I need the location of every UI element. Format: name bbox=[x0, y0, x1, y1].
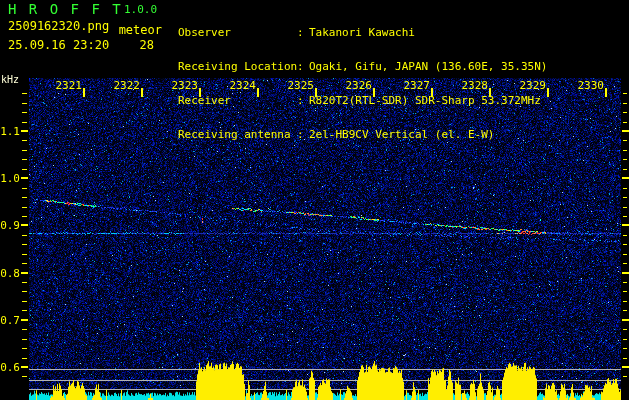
info-value: R820T2(RTL-SDR) SDR-Sharp 53.372MHz bbox=[309, 95, 541, 107]
y-tick-label: 0.7 bbox=[0, 315, 20, 326]
x-tick-label: 2321 bbox=[52, 80, 82, 91]
x-tick-label: 2326 bbox=[342, 80, 372, 91]
info-value: Ogaki, Gifu, JAPAN (136.60E, 35.35N) bbox=[309, 61, 547, 73]
datetime-label: 25.09.16 23:20 bbox=[8, 39, 109, 51]
info-label: Receiving Location bbox=[178, 61, 297, 73]
info-label: Observer bbox=[178, 27, 297, 39]
info-row-location: Receiving Location:Ogaki, Gifu, JAPAN (1… bbox=[178, 61, 547, 73]
x-tick-label: 2324 bbox=[226, 80, 256, 91]
y-tick-label: 0.6 bbox=[0, 362, 20, 373]
info-label: Receiver bbox=[178, 95, 297, 107]
info-value: Takanori Kawachi bbox=[309, 27, 415, 39]
hrofft-screenshot: H R O F F T 1.0.0 2509162320.png meteor … bbox=[0, 0, 629, 400]
info-colon: : bbox=[297, 61, 309, 73]
y-tick-label: 1.1 bbox=[0, 126, 20, 137]
info-row-antenna: Receiving antenna:2el-HB9CV Vertical (el… bbox=[178, 129, 547, 141]
y-tick-label: 0.8 bbox=[0, 268, 20, 279]
mode-label: meteor bbox=[116, 24, 162, 36]
output-filename: 2509162320.png bbox=[8, 20, 109, 32]
x-tick-label: 2327 bbox=[400, 80, 430, 91]
x-tick-label: 2325 bbox=[284, 80, 314, 91]
y-axis-unit-label: kHz bbox=[1, 75, 19, 85]
x-tick-label: 2323 bbox=[168, 80, 198, 91]
y-tick-label: 0.9 bbox=[0, 220, 20, 231]
info-colon: : bbox=[297, 27, 309, 39]
x-tick-label: 2329 bbox=[516, 80, 546, 91]
info-row-receiver: Receiver:R820T2(RTL-SDR) SDR-Sharp 53.37… bbox=[178, 95, 547, 107]
x-tick-label: 2322 bbox=[110, 80, 140, 91]
info-value: 2el-HB9CV Vertical (el. E-W) bbox=[309, 129, 494, 141]
x-tick-label: 2328 bbox=[458, 80, 488, 91]
y-tick-label: 1.0 bbox=[0, 173, 20, 184]
info-colon: : bbox=[297, 95, 309, 107]
info-row-observer: Observer:Takanori Kawachi bbox=[178, 27, 547, 39]
app-version: 1.0.0 bbox=[124, 4, 157, 15]
info-label: Receiving antenna bbox=[178, 129, 297, 141]
info-colon: : bbox=[297, 129, 309, 141]
x-tick-label: 2330 bbox=[574, 80, 604, 91]
app-title: H R O F F T bbox=[8, 2, 123, 16]
echo-count: 28 bbox=[116, 39, 154, 51]
